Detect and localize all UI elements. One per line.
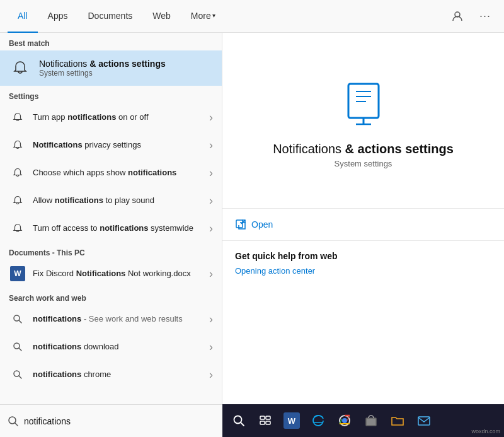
- word-doc-icon: W: [9, 265, 26, 283]
- chevron-icon-doc: [209, 267, 213, 281]
- top-nav: All Apps Documents Web More ▾ ···: [0, 0, 504, 33]
- chevron-icon-search2: [209, 341, 213, 354]
- list-item-turn-off-notifications-systemwide[interactable]: Turn off access to notifications systemw…: [0, 214, 222, 242]
- list-item-search-notifications-download[interactable]: notifications download: [0, 333, 222, 361]
- right-subtitle: System settings: [335, 159, 392, 168]
- taskbar-word-button[interactable]: W: [279, 408, 304, 433]
- notif-icon-3: [9, 164, 26, 182]
- best-match-title: Notifications & actions settings: [39, 59, 166, 69]
- svg-rect-15: [266, 416, 270, 419]
- notif-icon-1: [9, 108, 26, 126]
- list-item-notifications-privacy[interactable]: Notifications privacy settings: [0, 131, 222, 159]
- chevron-icon-5: [209, 222, 213, 235]
- taskbar-taskview-button[interactable]: [253, 408, 278, 433]
- open-link[interactable]: Open: [235, 219, 491, 230]
- notif-icon-2: [9, 136, 26, 154]
- list-item-search-notifications-chrome[interactable]: notifications chrome: [0, 361, 222, 388]
- taskbar-search-icon: [232, 414, 245, 427]
- taskbar-edge-button[interactable]: [306, 408, 331, 433]
- taskbar-mail-icon: [417, 414, 431, 428]
- svg-point-18: [342, 418, 347, 423]
- taskbar-explorer-icon: [391, 414, 404, 428]
- user-icon-button[interactable]: [446, 5, 469, 28]
- tab-more[interactable]: More ▾: [181, 0, 226, 33]
- nav-icons: ···: [446, 5, 496, 28]
- taskbar-chrome-icon: [338, 414, 352, 428]
- tab-all[interactable]: All: [8, 0, 38, 33]
- tab-apps[interactable]: Apps: [38, 0, 78, 33]
- list-item-choose-apps-notifications[interactable]: Choose which apps show notifications: [0, 159, 222, 187]
- list-item-text-1: Turn app notifications on or off: [33, 112, 209, 123]
- search-bar-icon: [8, 416, 19, 427]
- list-item-text-search1: notifications - See work and web results: [33, 314, 209, 325]
- best-match-text: Notifications & actions settings System …: [39, 59, 166, 78]
- taskbar-search-button[interactable]: [226, 408, 251, 433]
- list-item-search-notifications-web[interactable]: notifications - See work and web results: [0, 305, 222, 333]
- person-icon: [452, 11, 463, 22]
- chevron-icon-3: [209, 166, 213, 180]
- svg-rect-14: [260, 416, 265, 419]
- ellipsis-icon: ···: [479, 9, 491, 23]
- left-panel: Best match Notifications & actions setti…: [0, 33, 222, 404]
- search-icon-web2: [9, 338, 26, 356]
- taskbar-edge-icon: [311, 414, 325, 428]
- taskbar-chrome-button[interactable]: [332, 408, 357, 433]
- notification-settings-icon: [9, 57, 32, 79]
- search-work-web-label: Search work and web: [0, 288, 222, 305]
- taskbar-taskview-icon: [259, 414, 272, 427]
- right-actions: Open: [222, 209, 504, 241]
- tab-web[interactable]: Web: [142, 0, 181, 33]
- watermark: woxdn.com: [471, 428, 500, 434]
- svg-rect-21: [418, 417, 430, 425]
- taskbar-explorer-button[interactable]: [385, 408, 410, 433]
- open-icon: [235, 219, 246, 230]
- taskbar-mail-button[interactable]: [411, 408, 437, 433]
- svg-line-4: [19, 348, 21, 351]
- more-dropdown-arrow: ▾: [212, 12, 215, 19]
- search-icon-web1: [9, 310, 26, 328]
- search-input-container: notifications: [24, 416, 215, 426]
- best-match-subtitle: System settings: [39, 69, 166, 78]
- taskbar: W woxdn.com: [222, 404, 504, 437]
- list-item-text-doc: Fix Discord Notifications Not working.do…: [33, 269, 209, 279]
- settings-label: Settings: [0, 86, 222, 103]
- list-item-text-search2: notifications download: [33, 342, 209, 353]
- chevron-icon-search1: [209, 313, 213, 326]
- list-item-allow-notifications-sound[interactable]: Allow notifications to play sound: [0, 187, 222, 214]
- taskbar-store-icon: [365, 414, 377, 427]
- list-item-discord-doc[interactable]: W Fix Discord Notifications Not working.…: [0, 260, 222, 288]
- svg-line-11: [15, 422, 18, 426]
- right-help: Get quick help from web Opening action c…: [222, 241, 504, 405]
- help-title: Get quick help from web: [235, 251, 491, 261]
- right-panel: Notifications & actions settings System …: [222, 33, 504, 404]
- chevron-icon-search3: [209, 368, 213, 382]
- list-item-text-search3: notifications chrome: [33, 370, 209, 380]
- search-icon-web3: [9, 366, 26, 383]
- best-match-label: Best match: [0, 33, 222, 50]
- help-link-opening-action-center[interactable]: Opening action center: [235, 266, 491, 276]
- svg-rect-16: [260, 421, 265, 424]
- chevron-icon-1: [209, 111, 213, 124]
- search-bar: notifications: [0, 404, 222, 437]
- chevron-icon-2: [209, 139, 213, 152]
- right-panel-icon: [338, 79, 389, 132]
- main-layout: Best match Notifications & actions setti…: [0, 33, 504, 404]
- chevron-icon-4: [209, 194, 213, 207]
- taskbar-store-button[interactable]: [358, 408, 384, 433]
- svg-rect-20: [366, 418, 376, 426]
- list-item-text-4: Allow notifications to play sound: [33, 195, 209, 206]
- list-item-turn-app-notifications[interactable]: Turn app notifications on or off: [0, 103, 222, 131]
- list-item-text-2: Notifications privacy settings: [33, 140, 209, 151]
- list-item-text-5: Turn off access to notifications systemw…: [33, 223, 209, 234]
- svg-rect-17: [266, 421, 270, 424]
- svg-line-6: [19, 376, 21, 378]
- svg-line-13: [241, 422, 244, 426]
- right-top: Notifications & actions settings System …: [222, 33, 504, 209]
- tab-documents[interactable]: Documents: [77, 0, 142, 33]
- right-title: Notifications & actions settings: [273, 142, 454, 156]
- svg-line-9: [241, 220, 245, 224]
- search-query-text: notifications: [24, 416, 71, 426]
- documents-label: Documents - This PC: [0, 242, 222, 260]
- more-options-button[interactable]: ···: [474, 5, 496, 28]
- best-match-item[interactable]: Notifications & actions settings System …: [0, 50, 222, 86]
